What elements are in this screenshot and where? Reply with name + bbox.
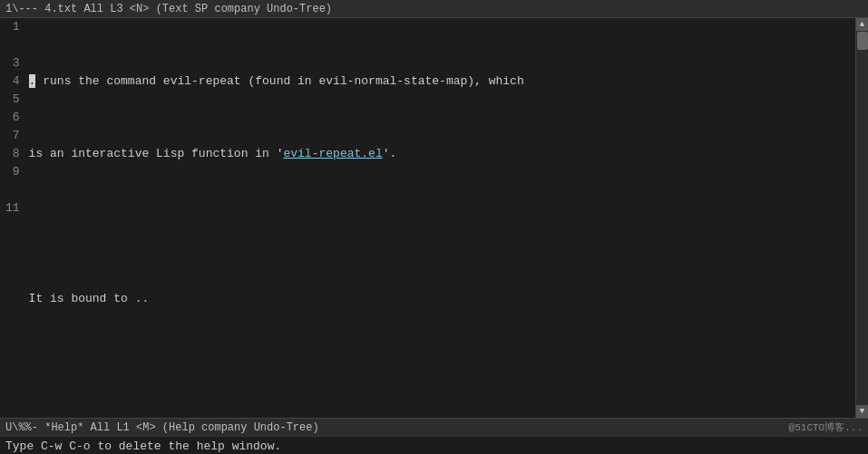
scrollbar-up-button[interactable]: ▲ [856,18,869,31]
evil-repeat-link[interactable]: evil-repeat.el [283,147,382,160]
minibuffer-text: Type C-w C-o to delete the help window. [5,440,281,453]
scrollbar-down-button[interactable]: ▼ [856,405,869,418]
scrollbar-track[interactable] [856,31,869,405]
code-content: . runs the command evil-repeat (found in… [25,18,855,418]
code-line-3 [29,217,852,236]
title-text: 1\--- 4.txt All L3 <N> (Text SP company … [5,3,332,15]
title-bar: 1\--- 4.txt All L3 <N> (Text SP company … [0,0,868,18]
status-bar: U\%%- *Help* All L1 <M> (Help company Un… [0,418,868,436]
code-line-2: is an interactive Lisp function in 'evil… [29,145,852,163]
scrollbar[interactable]: ▲ ▼ [855,18,868,418]
scrollbar-thumb[interactable] [857,32,868,50]
code-line-4: It is bound to .. [29,290,852,308]
minibuffer: Type C-w C-o to delete the help window. [0,436,868,454]
watermark: @51CTO博客... [789,420,863,434]
code-line-1: . runs the command evil-repeat (found in… [29,72,852,91]
status-text: U\%%- *Help* All L1 <M> (Help company Un… [5,421,319,434]
code-line-5 [29,362,852,381]
cursor: . [29,74,36,88]
line-numbers: 1 3 4 5 6 7 8 9 11 [0,18,25,418]
